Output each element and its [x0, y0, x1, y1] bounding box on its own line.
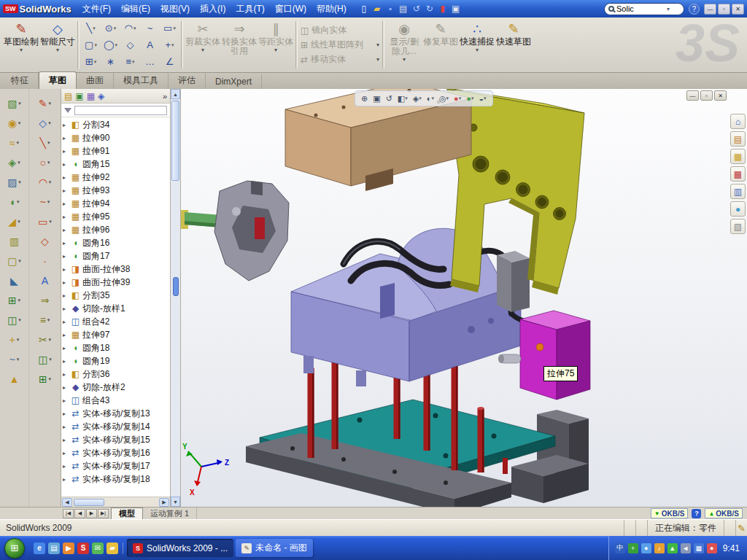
smart-dimension-button[interactable]: ◇智能尺寸▾ [39, 19, 76, 71]
model-part-guide-pin[interactable] [498, 354, 521, 363]
mirror-entities-button[interactable]: ◫▾ [38, 349, 52, 369]
convert-entities-button[interactable]: ⇒转换实体引用 [221, 19, 258, 71]
menu-item[interactable]: 帮助(H) [311, 1, 352, 17]
chevron-down-icon[interactable]: ▾ [17, 357, 20, 362]
apply-scene-icon[interactable]: ●▾ [465, 93, 475, 104]
linear-sketch-pattern-button[interactable]: ⊞线性草图阵列▾ [299, 39, 381, 51]
net-help-badge[interactable]: ? [692, 509, 701, 518]
expand-arrow-icon[interactable]: ▸ [63, 122, 69, 128]
chevron-down-icon[interactable]: ▾ [49, 179, 52, 185]
chevron-down-icon[interactable]: ▾ [17, 140, 20, 146]
quick-snaps-button[interactable]: ∴快速捕捉▾ [459, 19, 495, 71]
toolbox-icon[interactable]: ▩ [730, 166, 746, 182]
convert-entities-button[interactable]: ⇒ [41, 290, 50, 310]
chevron-down-icon[interactable]: ▾ [49, 219, 52, 225]
commandmanager-tab[interactable]: 模具工具 [114, 72, 169, 89]
offset-entities-button[interactable]: ∥等距实体▾ [258, 19, 294, 71]
model-part-side-core-block[interactable] [520, 311, 590, 400]
instant3d-button[interactable]: ▲ [9, 369, 20, 389]
tray-music-icon[interactable]: ♪ [654, 543, 665, 553]
display-style-icon[interactable]: ◐▾ [425, 93, 436, 104]
chevron-down-icon[interactable]: ▾ [18, 120, 21, 126]
scroll-thumb[interactable] [74, 499, 104, 506]
line-tool-button[interactable]: ╲▾ [81, 20, 101, 36]
chevron-down-icon[interactable]: ▾ [47, 160, 50, 166]
tree-item[interactable]: ▸◧分割36 [63, 368, 170, 381]
viewport-canvas[interactable]: Y Z X [181, 89, 747, 507]
chevron-down-icon[interactable]: ▾ [18, 160, 20, 166]
chevron-down-icon[interactable]: ▾ [403, 56, 406, 63]
sketch-tool-button[interactable]: ✎▾ [39, 93, 51, 113]
view-orientation-icon[interactable]: ◈▾ [411, 93, 423, 104]
tree-item[interactable]: ▸◧分割34 [63, 118, 170, 131]
document-minimize-button[interactable]: — [686, 90, 699, 101]
menu-item[interactable]: 插入(I) [195, 1, 231, 17]
tray-network-icon[interactable]: ▦ [694, 543, 704, 553]
tree-item[interactable]: ▸▦拉伸91 [63, 144, 170, 158]
view-palette-icon[interactable]: ▥ [730, 184, 746, 199]
tray-language-icon[interactable]: 中 [615, 543, 625, 553]
offset-entities-button[interactable]: ≡▾ [40, 310, 50, 330]
custom-properties-icon[interactable]: ▧ [730, 219, 746, 234]
chevron-down-icon[interactable]: ▾ [49, 357, 52, 362]
centerline-tool-button[interactable]: ≡▾ [120, 53, 140, 70]
tree-item[interactable]: ▸◆切除-放样1 [63, 302, 170, 315]
chevron-down-icon[interactable]: ▾ [47, 140, 50, 146]
search-box[interactable]: ▾ [604, 3, 684, 15]
extruded-boss-button[interactable]: ▧▾ [7, 93, 21, 113]
chevron-down-icon[interactable]: ▾ [48, 120, 51, 126]
taskbar-clock[interactable]: 9:41 [723, 543, 740, 553]
tree-item[interactable]: ▸⇄实体-移动/复制13 [63, 407, 170, 420]
zoom-fit-icon[interactable]: ⊕ [360, 93, 369, 104]
expand-arrow-icon[interactable]: ▸ [63, 279, 69, 286]
chevron-down-icon[interactable]: ▾ [274, 47, 277, 53]
slot-tool-button[interactable]: ▢▾ [81, 36, 101, 53]
chevron-down-icon[interactable]: ▾ [446, 96, 449, 101]
tree-vertical-scrollbar[interactable]: ▲ ▼ [171, 89, 181, 507]
expand-arrow-icon[interactable]: ▸ [63, 332, 69, 338]
tree-item[interactable]: ▸◖圆角18 [63, 341, 170, 354]
expand-arrow-icon[interactable]: ▸ [63, 371, 69, 378]
angle-tool-button[interactable]: ∠ [160, 53, 179, 70]
tree-item[interactable]: ▸▦拉伸92 [63, 171, 170, 184]
chevron-down-icon[interactable]: ▾ [17, 337, 20, 343]
chevron-down-icon[interactable]: ▾ [376, 42, 379, 48]
chevron-down-icon[interactable]: ▾ [419, 96, 422, 101]
chevron-down-icon[interactable]: ▾ [49, 337, 52, 343]
close-button[interactable]: ✕ [732, 4, 744, 15]
tree-item[interactable]: ▸◧分割35 [63, 289, 170, 302]
chevron-down-icon[interactable]: ▾ [484, 96, 487, 101]
appearances-icon[interactable]: ● [730, 201, 746, 217]
tray-messenger-icon[interactable]: ● [641, 543, 651, 553]
expand-arrow-icon[interactable]: ▸ [63, 476, 69, 483]
doc-tab-scroll-button[interactable]: ▶ [86, 509, 97, 518]
help-button[interactable]: ? [689, 4, 700, 15]
menu-item[interactable]: 窗口(W) [270, 1, 311, 17]
tree-item[interactable]: ▸◆切除-放样2 [63, 381, 170, 394]
expand-arrow-icon[interactable]: ▸ [63, 135, 69, 141]
commandmanager-tab[interactable]: 特征 [1, 72, 39, 89]
minimize-button[interactable]: — [704, 4, 716, 15]
expand-arrow-icon[interactable]: ▸ [63, 397, 69, 404]
expand-arrow-icon[interactable]: ▸ [63, 306, 69, 312]
chevron-down-icon[interactable]: ▾ [18, 101, 21, 106]
sketch-button[interactable]: ✎草图绘制▾ [3, 19, 39, 71]
chevron-down-icon[interactable]: ▾ [18, 298, 21, 303]
line-button[interactable]: ╲▾ [40, 133, 50, 152]
chevron-down-icon[interactable]: ▾ [405, 96, 408, 101]
expand-arrow-icon[interactable]: ▸ [63, 214, 69, 220]
text-tool-button[interactable]: A [140, 36, 160, 53]
expand-arrow-icon[interactable]: ▸ [63, 463, 69, 470]
tree-item[interactable]: ▸⇄实体-移动/复制17 [63, 459, 170, 472]
rapid-sketch-button[interactable]: ✎快速草图 [495, 19, 532, 71]
chevron-down-icon[interactable]: ▾ [56, 47, 59, 53]
tree-item[interactable]: ▸◖圆角19 [63, 354, 170, 368]
revolved-boss-button[interactable]: ◉▾ [8, 113, 21, 133]
chevron-down-icon[interactable]: ▾ [49, 376, 52, 382]
tray-shield-icon[interactable]: ▲ [667, 543, 678, 553]
expand-arrow-icon[interactable]: ▸ [63, 240, 69, 246]
expand-arrow-icon[interactable]: ▸ [63, 345, 69, 351]
save-icon[interactable]: ▪ [384, 4, 397, 14]
linear-pattern-button[interactable]: ⊞▾ [8, 290, 20, 310]
spline-button[interactable]: ~▾ [40, 192, 50, 211]
